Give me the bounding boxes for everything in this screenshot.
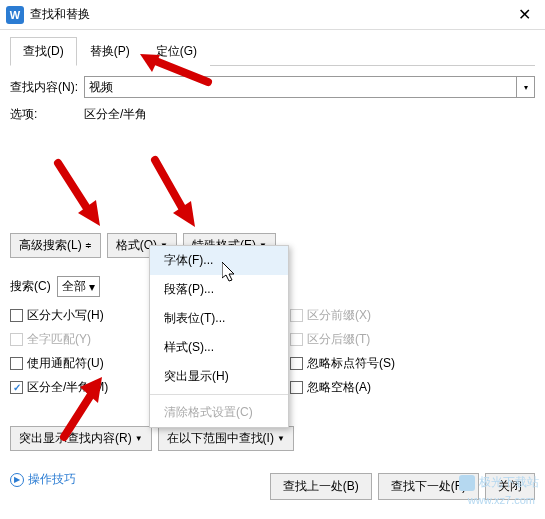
tab-find[interactable]: 查找(D) bbox=[10, 37, 77, 66]
menu-tabs[interactable]: 制表位(T)... bbox=[150, 304, 288, 333]
find-prev-button[interactable]: 查找上一处(B) bbox=[270, 473, 372, 500]
menu-highlight[interactable]: 突出显示(H) bbox=[150, 362, 288, 391]
check-punct[interactable]: 忽略标点符号(S) bbox=[290, 355, 395, 372]
search-scope-select[interactable]: 全部 ▾ bbox=[57, 276, 100, 297]
checkbox-icon bbox=[290, 381, 303, 394]
find-input[interactable] bbox=[84, 76, 517, 98]
check-suffix: 区分后缀(T) bbox=[290, 331, 370, 348]
options-value: 区分全/半角 bbox=[84, 106, 147, 123]
checkbox-icon bbox=[10, 309, 23, 322]
checkbox-checked-icon bbox=[10, 381, 23, 394]
highlight-label: 突出显示查找内容(R) bbox=[19, 430, 132, 447]
check-wholeword-label: 全字匹配(Y) bbox=[27, 331, 91, 348]
check-prefix-label: 区分前缀(X) bbox=[307, 307, 371, 324]
close-button[interactable]: 关闭 bbox=[485, 473, 535, 500]
check-space[interactable]: 忽略空格(A) bbox=[290, 379, 371, 396]
tab-goto[interactable]: 定位(G) bbox=[143, 37, 210, 66]
menu-font[interactable]: 字体(F)... bbox=[150, 246, 288, 275]
check-suffix-label: 区分后缀(T) bbox=[307, 331, 370, 348]
tab-replace[interactable]: 替换(P) bbox=[77, 37, 143, 66]
advanced-search-label: 高级搜索(L) bbox=[19, 237, 82, 254]
find-in-range-button[interactable]: 在以下范围中查找(I) ▼ bbox=[158, 426, 294, 451]
checkbox-icon bbox=[10, 357, 23, 370]
find-history-dropdown[interactable]: ▾ bbox=[517, 76, 535, 98]
checkbox-icon bbox=[290, 333, 303, 346]
check-fullhalf-label: 区分全/半角(M) bbox=[27, 379, 108, 396]
find-next-button[interactable]: 查找下一处(F) bbox=[378, 473, 479, 500]
highlight-results-button[interactable]: 突出显示查找内容(R) ▼ bbox=[10, 426, 152, 451]
menu-separator bbox=[150, 394, 288, 395]
checkbox-icon bbox=[290, 357, 303, 370]
check-space-label: 忽略空格(A) bbox=[307, 379, 371, 396]
play-icon: ▶ bbox=[10, 473, 24, 487]
options-label: 选项: bbox=[10, 106, 84, 123]
chevron-down-icon: ▼ bbox=[277, 434, 285, 443]
menu-paragraph[interactable]: 段落(P)... bbox=[150, 275, 288, 304]
menu-clear-format: 清除格式设置(C) bbox=[150, 398, 288, 427]
search-scope-value: 全部 bbox=[62, 278, 86, 295]
find-in-label: 在以下范围中查找(I) bbox=[167, 430, 274, 447]
check-punct-label: 忽略标点符号(S) bbox=[307, 355, 395, 372]
search-scope-label: 搜索(C) bbox=[10, 278, 51, 295]
collapse-icon: ≑ bbox=[85, 241, 92, 250]
checkbox-icon bbox=[290, 309, 303, 322]
close-icon[interactable]: ✕ bbox=[509, 0, 539, 30]
menu-style[interactable]: 样式(S)... bbox=[150, 333, 288, 362]
app-icon: W bbox=[6, 6, 24, 24]
titlebar: W 查找和替换 ✕ bbox=[0, 0, 545, 30]
chevron-down-icon: ▾ bbox=[89, 280, 95, 294]
format-dropdown-menu: 字体(F)... 段落(P)... 制表位(T)... 样式(S)... 突出显… bbox=[149, 245, 289, 428]
advanced-search-button[interactable]: 高级搜索(L) ≑ bbox=[10, 233, 101, 258]
help-link[interactable]: ▶ 操作技巧 bbox=[10, 471, 76, 488]
help-link-label: 操作技巧 bbox=[28, 471, 76, 488]
checkbox-icon bbox=[10, 333, 23, 346]
window-title: 查找和替换 bbox=[30, 6, 509, 23]
check-prefix: 区分前缀(X) bbox=[290, 307, 371, 324]
tabs: 查找(D) 替换(P) 定位(G) bbox=[10, 36, 535, 66]
check-wildcard-label: 使用通配符(U) bbox=[27, 355, 104, 372]
check-case-label: 区分大小写(H) bbox=[27, 307, 104, 324]
chevron-down-icon: ▼ bbox=[135, 434, 143, 443]
find-content-label: 查找内容(N): bbox=[10, 79, 84, 96]
